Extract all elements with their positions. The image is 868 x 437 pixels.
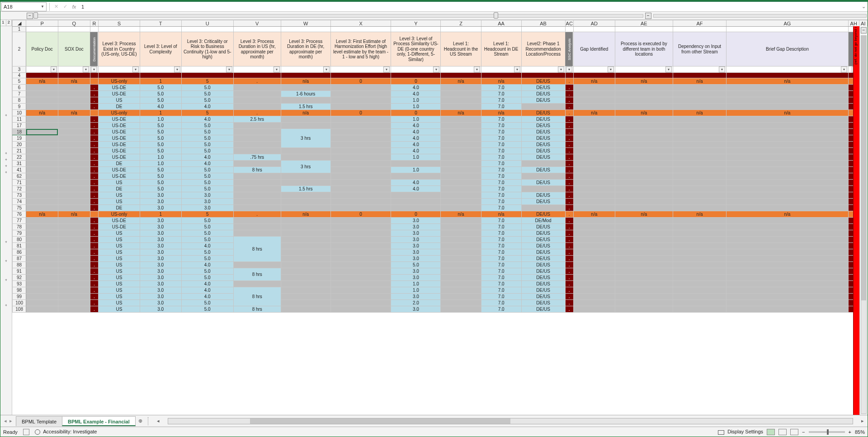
cell-AE31[interactable] [615, 161, 673, 167]
cell-T108[interactable]: 3.0 [140, 306, 181, 313]
cell-U91[interactable]: 5.0 [181, 268, 233, 275]
cell-T6[interactable]: 5.0 [140, 85, 181, 91]
cell-AG19[interactable] [726, 135, 849, 142]
cell-U41[interactable]: 5.0 [181, 167, 233, 173]
cell-S87[interactable]: US [99, 256, 140, 262]
cell-Z11[interactable] [441, 116, 481, 123]
cell-U21[interactable]: 5.0 [181, 148, 233, 154]
cell-AF92[interactable] [673, 275, 726, 281]
cell-Q17[interactable] [58, 123, 90, 129]
cell-AD8[interactable] [573, 97, 615, 104]
cell-AA72[interactable]: 7.0 [481, 186, 521, 192]
cell-AC75[interactable]: . [565, 205, 573, 211]
cell-W108[interactable] [281, 306, 330, 313]
cell-AG31[interactable] [726, 161, 849, 167]
cell-AD81[interactable] [573, 243, 615, 249]
cell-Y7[interactable]: 4.0 [391, 91, 441, 97]
cell-Y81[interactable]: 3.0 [391, 243, 441, 249]
name-box[interactable]: A18 ▼ [1, 2, 47, 11]
cell-Z62[interactable] [441, 173, 481, 180]
cell-R9[interactable]: . [90, 104, 98, 110]
cell-AG62[interactable] [726, 173, 849, 180]
cell-AE74[interactable] [615, 199, 673, 205]
cell-T18[interactable]: 5.0 [140, 129, 181, 135]
cell-Z72[interactable] [441, 186, 481, 192]
cell-R74[interactable]: . [90, 199, 98, 205]
cell-T81[interactable]: 3.0 [140, 243, 181, 249]
cell-AG18[interactable] [726, 129, 849, 135]
cell-AA10[interactable]: n/a [481, 110, 521, 116]
scroll-right-icon[interactable]: ▸ [859, 418, 866, 424]
cell-AC88[interactable]: . [565, 262, 573, 268]
cell-T17[interactable]: 5.0 [140, 123, 181, 129]
tab-nav-prev-icon[interactable]: ▸ [9, 418, 13, 424]
cell-R108[interactable]: . [90, 306, 98, 313]
cell-Q31[interactable] [58, 161, 90, 167]
cell-AC100[interactable]: . [565, 300, 573, 306]
cell-U108[interactable]: 5.0 [181, 306, 233, 313]
cell-AB11[interactable]: DE/US [521, 116, 565, 123]
cell-AE21[interactable] [615, 148, 673, 154]
cell-Z75[interactable] [441, 205, 481, 211]
cell-Q19[interactable] [58, 135, 90, 142]
cell-X93[interactable] [330, 281, 391, 287]
cell-R93[interactable]: . [90, 281, 98, 287]
cell-W6[interactable] [281, 85, 330, 91]
cell-V108[interactable]: 8 hrs [233, 306, 281, 313]
zoom-level[interactable]: 85% [855, 429, 865, 435]
cell-R91[interactable]: . [90, 268, 98, 275]
cell-T5[interactable]: 1 [140, 78, 181, 85]
cell-R78[interactable]: . [90, 224, 98, 230]
cell-X22[interactable] [330, 154, 391, 161]
cell-AA9[interactable]: 7.0 [481, 104, 521, 110]
cell-R20[interactable]: . [90, 142, 98, 148]
cell-U11[interactable]: 4.0 [181, 116, 233, 123]
cell-AA31[interactable]: 7.0 [481, 161, 521, 167]
cell-U93[interactable]: 4.0 [181, 281, 233, 287]
cell-U81[interactable]: 4.0 [181, 243, 233, 249]
cell-Z81[interactable] [441, 243, 481, 249]
cell-Y22[interactable]: 1.0 [391, 154, 441, 161]
cell-Z100[interactable] [441, 300, 481, 306]
cell-AC108[interactable]: . [565, 306, 573, 313]
cell-U75[interactable]: 3.0 [181, 205, 233, 211]
cell-AC79[interactable]: . [565, 230, 573, 237]
cell-W11[interactable] [281, 116, 330, 123]
cell-W7[interactable]: 1-6 hours [281, 91, 330, 97]
chevron-down-icon[interactable]: ▼ [41, 5, 44, 9]
cell-P80[interactable] [26, 237, 58, 243]
cell-T20[interactable]: 5.0 [140, 142, 181, 148]
tab-nav-first-icon[interactable]: ◂ [3, 418, 8, 424]
cell-W92[interactable] [281, 275, 330, 281]
cell-U99[interactable]: 4.0 [181, 294, 233, 300]
cell-U92[interactable]: 5.0 [181, 275, 233, 281]
cell-P93[interactable] [26, 281, 58, 287]
cell-AA21[interactable]: 7.0 [481, 148, 521, 154]
cell-P21[interactable] [26, 148, 58, 154]
cell-R98[interactable]: . [90, 287, 98, 294]
cell-AD11[interactable] [573, 116, 615, 123]
cell-AD10[interactable]: n/a [573, 110, 615, 116]
cell-U74[interactable]: 3.0 [181, 199, 233, 205]
cell-Y5[interactable]: 0 [391, 78, 441, 85]
cell-AE100[interactable] [615, 300, 673, 306]
cell-AF73[interactable] [673, 192, 726, 199]
cell-Q22[interactable] [58, 154, 90, 161]
cell-AE6[interactable] [615, 85, 673, 91]
scroll-left-icon[interactable]: ◂ [155, 418, 161, 424]
cell-AC10[interactable]: . [565, 110, 573, 116]
cell-AE17[interactable] [615, 123, 673, 129]
cell-AA80[interactable]: 7.0 [481, 237, 521, 243]
cell-P88[interactable] [26, 262, 58, 268]
cell-S19[interactable]: US-DE [99, 135, 140, 142]
cell-AF19[interactable] [673, 135, 726, 142]
cell-AG5[interactable]: n/a [726, 78, 849, 85]
cell-S18[interactable]: US-DE [99, 129, 140, 135]
cell-V77[interactable] [233, 218, 281, 224]
cell-W87[interactable] [281, 256, 330, 262]
cell-W74[interactable] [281, 199, 330, 205]
cell-R10[interactable] [90, 110, 98, 116]
cell-AD6[interactable] [573, 85, 615, 91]
cell-Z9[interactable] [441, 104, 481, 110]
cell-Y88[interactable]: 5.0 [391, 262, 441, 268]
